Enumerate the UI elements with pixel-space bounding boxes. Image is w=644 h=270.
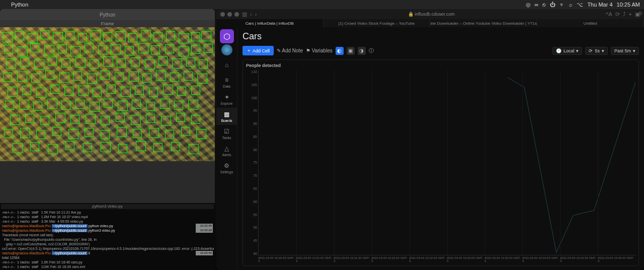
face-detection-box xyxy=(25,114,34,123)
face-detection-box xyxy=(188,100,198,110)
face-detection-box xyxy=(47,99,57,109)
face-detection-box xyxy=(158,56,168,65)
face-detection-box xyxy=(156,71,166,81)
back-icon[interactable]: ‹ xyxy=(250,11,252,17)
face-detection-box xyxy=(70,115,79,124)
face-detection-box xyxy=(53,32,63,42)
face-detection-box xyxy=(4,129,13,138)
main-content: Cars ＋Add Cell ✎ Add Note ⚑ Variables ◐ … xyxy=(237,27,644,270)
face-detection-box xyxy=(3,32,13,42)
face-detection-box xyxy=(117,58,126,68)
face-detection-box xyxy=(132,100,141,109)
face-detection-box xyxy=(199,59,208,69)
forward-icon[interactable]: › xyxy=(255,11,257,17)
face-detection-box xyxy=(40,116,49,125)
face-detection-box xyxy=(101,130,110,139)
face-detection-box xyxy=(40,30,49,39)
refresh-dropdown[interactable]: ⟳ 5s ▾ xyxy=(585,47,608,55)
menubar-icon[interactable]: ⎋ xyxy=(542,2,546,8)
face-detection-box xyxy=(87,74,97,84)
face-detection-box xyxy=(52,127,61,136)
sidebar-item-alerts[interactable]: △Alerts xyxy=(216,142,237,159)
face-detection-box xyxy=(75,57,86,68)
terminal-body[interactable]: -rw-r--r-- 1 nacho staff 1.5K Feb 16 11:… xyxy=(1,209,214,270)
face-detection-box xyxy=(30,43,39,52)
face-detection-box xyxy=(142,74,151,83)
face-detection-box xyxy=(73,72,82,81)
dark-mode-button[interactable]: ◑ xyxy=(358,47,366,55)
search-icon[interactable]: ⌕ xyxy=(569,2,573,8)
face-detection-box xyxy=(19,100,29,110)
wifi-icon[interactable]: ᯤ xyxy=(559,2,565,8)
menubar-icon[interactable]: ⏻ xyxy=(550,2,555,8)
face-detection-box xyxy=(101,116,110,125)
window-title: Python xyxy=(0,9,215,20)
browser-tab[interactable]: Untitled xyxy=(537,19,645,27)
add-cell-button[interactable]: ＋Add Cell xyxy=(243,46,274,55)
face-detection-box xyxy=(20,57,29,66)
presentation-mode-button[interactable]: ▣ xyxy=(347,47,355,55)
time-range-dropdown[interactable]: Past 5m ▾ xyxy=(611,47,639,55)
face-detection-box xyxy=(44,45,54,55)
face-detection-box xyxy=(61,58,70,68)
browser-tab[interactable]: (1) Crowd Video Stock Footage – YouTube xyxy=(324,19,431,27)
sidebar-toggle-icon[interactable]: ▥ xyxy=(242,11,247,18)
new-tab-icon[interactable]: + xyxy=(629,11,632,17)
face-detection-box xyxy=(58,44,67,53)
face-detection-box xyxy=(36,88,46,98)
face-detection-box xyxy=(197,74,207,84)
control-center-icon[interactable]: ⌥ xyxy=(577,2,583,8)
face-detection-box xyxy=(128,33,137,42)
reload-icon[interactable]: ⟳ xyxy=(615,11,620,18)
face-detection-box xyxy=(165,130,174,139)
face-detection-box xyxy=(118,144,127,153)
face-detection-box xyxy=(50,85,59,94)
face-detection-box xyxy=(166,31,175,40)
menubar-time[interactable]: 10:25 AM xyxy=(617,2,640,8)
opencv-frame-window: Frame xyxy=(0,20,215,161)
add-note-button[interactable]: ✎ Add Note xyxy=(277,48,303,53)
address-bar[interactable]: 🔒 influxdb.cduser.com xyxy=(260,12,603,17)
face-detection-box xyxy=(104,99,113,108)
share-icon[interactable]: ⤴ xyxy=(623,11,626,17)
variables-button[interactable]: ⚑ Variables xyxy=(306,48,333,53)
face-detection-box xyxy=(179,33,189,43)
app-menu[interactable]: Python xyxy=(11,2,28,8)
sidebar-item-tasks[interactable]: ☑Tasks xyxy=(216,125,237,142)
help-icon[interactable]: ⓘ xyxy=(369,47,374,54)
browser-tab[interactable]: Cars | InfluxData | InfluxDB xyxy=(216,19,324,27)
browser-tab[interactable]: Youtube Downloader – Online Youtube Vide… xyxy=(430,19,537,27)
sidebar-item-settings[interactable]: ⚙Settings xyxy=(216,159,237,176)
face-detection-box xyxy=(33,102,42,111)
menubar-icon[interactable]: ∞ xyxy=(535,2,539,8)
terminal-window[interactable]: python3 video.py -rw-r--r-- 1 nacho staf… xyxy=(0,203,215,270)
face-detection-box xyxy=(191,45,200,54)
face-detection-box xyxy=(18,46,28,56)
traffic-lights[interactable] xyxy=(220,12,239,17)
sidebar-item-data[interactable]: ≡Data xyxy=(216,74,237,91)
avatar[interactable] xyxy=(221,44,232,55)
chevron-down-icon: ▾ xyxy=(602,48,604,53)
tab-bar: Cars | InfluxData | InfluxDB(1) Crowd Vi… xyxy=(216,19,644,27)
sidebar-item-boards[interactable]: ▦Boards xyxy=(216,108,237,125)
influx-logo-icon[interactable]: ⬡ xyxy=(220,29,234,43)
reader-icon[interactable]: ᴬA xyxy=(606,11,612,18)
face-detection-box xyxy=(4,45,13,54)
sidebar-icon: △ xyxy=(224,145,229,152)
menubar-icon[interactable]: ◎ xyxy=(526,2,531,8)
face-detection-box xyxy=(48,144,58,154)
sidebar-item-explore[interactable]: ✦Explore xyxy=(216,91,237,108)
y-axis: 110105100959085807570656055504540 xyxy=(246,70,257,255)
menubar-date[interactable]: Thu Mar 4 xyxy=(587,2,612,8)
gear-icon[interactable]: ⚙ xyxy=(638,11,642,16)
chevron-down-icon: ▾ xyxy=(633,48,635,53)
face-detection-box xyxy=(86,114,96,124)
annotations-toggle[interactable]: ◐ xyxy=(336,47,344,55)
sidebar-item-home[interactable]: ⌂ xyxy=(216,56,237,74)
timezone-dropdown[interactable]: 🕐 Local ▾ xyxy=(552,47,583,55)
face-detection-box xyxy=(15,31,24,40)
sidebar-icon: ≡ xyxy=(225,77,228,84)
face-detection-box xyxy=(34,59,44,70)
face-detection-box xyxy=(115,73,124,82)
chart-area[interactable]: 110105100959085807570656055504540 2021-0… xyxy=(246,70,635,262)
